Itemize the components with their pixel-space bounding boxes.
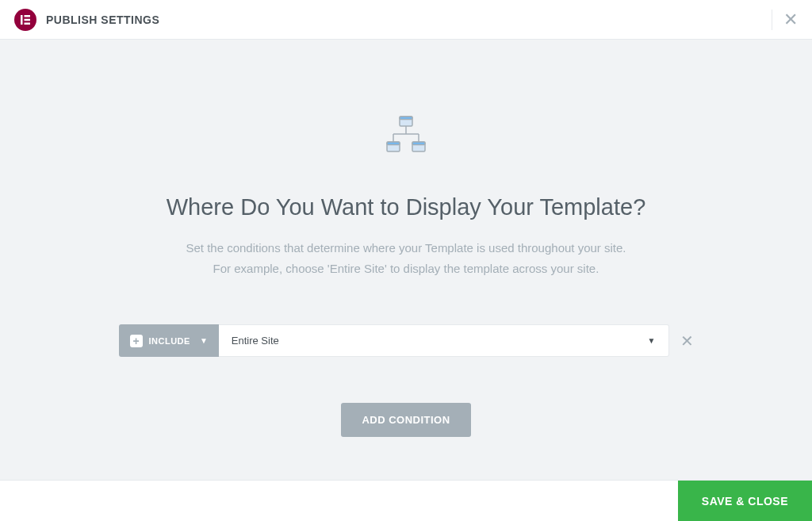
svg-rect-9 <box>412 142 425 145</box>
description-line-1: Set the conditions that determine where … <box>186 241 626 255</box>
include-exclude-toggle[interactable]: + INCLUDE ▼ <box>119 324 219 357</box>
close-icon[interactable]: ✕ <box>783 11 798 29</box>
header-left: PUBLISH SETTINGS <box>14 9 159 31</box>
content-description: Set the conditions that determine where … <box>186 238 626 278</box>
sitemap-icon <box>382 115 430 156</box>
remove-condition-icon[interactable]: ✕ <box>680 324 694 357</box>
add-condition-button[interactable]: ADD CONDITION <box>341 403 470 437</box>
svg-rect-1 <box>25 15 31 17</box>
modal-title: PUBLISH SETTINGS <box>46 13 159 26</box>
header-divider <box>772 10 772 30</box>
plus-icon: + <box>130 335 143 347</box>
chevron-down-icon: ▼ <box>648 336 656 345</box>
elementor-logo-icon <box>14 9 36 31</box>
save-close-button[interactable]: SAVE & CLOSE <box>678 481 812 522</box>
svg-rect-2 <box>25 18 31 21</box>
svg-rect-5 <box>400 117 412 120</box>
content-heading: Where Do You Want to Display Your Templa… <box>167 194 646 220</box>
chevron-down-icon: ▼ <box>200 336 208 345</box>
scope-select[interactable]: Entire Site ▼ <box>219 324 669 357</box>
svg-rect-7 <box>387 142 400 145</box>
include-label: INCLUDE <box>149 336 190 346</box>
condition-row: + INCLUDE ▼ Entire Site ▼ ✕ <box>119 324 694 357</box>
svg-rect-3 <box>25 22 31 25</box>
modal-content: Where Do You Want to Display Your Templa… <box>0 40 812 480</box>
header-right: ✕ <box>772 10 798 30</box>
modal-header: PUBLISH SETTINGS ✕ <box>0 0 812 40</box>
condition-main: + INCLUDE ▼ Entire Site ▼ <box>119 324 669 357</box>
svg-rect-0 <box>21 15 23 25</box>
scope-value: Entire Site <box>232 335 279 347</box>
modal-footer: SAVE & CLOSE <box>0 480 812 521</box>
description-line-2: For example, choose 'Entire Site' to dis… <box>213 262 599 275</box>
